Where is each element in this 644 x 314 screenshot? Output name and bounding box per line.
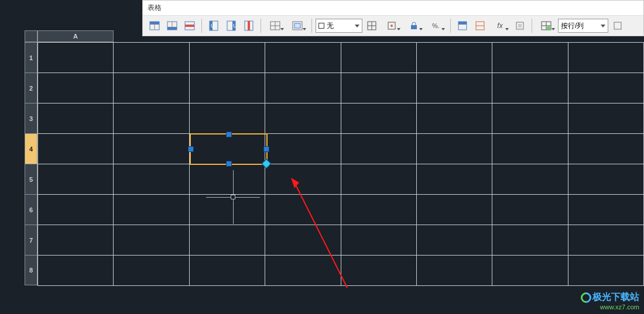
separator: [450, 19, 451, 33]
field-button[interactable]: [512, 18, 528, 33]
border-swatch-icon: [318, 23, 324, 29]
row-header-4[interactable]: 4: [25, 133, 37, 164]
svg-text:U: U: [233, 23, 236, 29]
svg-rect-3: [150, 22, 159, 25]
fx-icon: fx: [497, 22, 502, 30]
svg-point-39: [547, 26, 550, 30]
row-header-3[interactable]: 3: [25, 103, 37, 133]
svg-rect-40: [614, 22, 621, 29]
row-header-6[interactable]: 6: [25, 194, 37, 225]
svg-rect-31: [458, 22, 467, 25]
cell-style-button[interactable]: [454, 18, 471, 33]
toolbar-row: U U 无: [143, 16, 643, 36]
chevron-down-icon: [280, 28, 284, 30]
border-style-value: 无: [327, 21, 334, 31]
table-grid[interactable]: [37, 42, 644, 286]
separator: [532, 19, 532, 33]
svg-rect-28: [411, 25, 417, 29]
chevron-down-icon: [355, 25, 359, 27]
svg-rect-6: [167, 27, 177, 30]
cad-canvas[interactable]: A 1 2 3 4 5 6 7 8: [0, 0, 644, 314]
by-rowcol-select[interactable]: 按行/列: [558, 19, 608, 33]
all-borders-button[interactable]: [364, 18, 380, 33]
row-header-8[interactable]: 8: [25, 255, 37, 285]
separator: [261, 19, 261, 33]
insert-col-right-button[interactable]: U: [223, 18, 239, 33]
watermark-text: 极光下载站: [592, 292, 639, 302]
link-cell-button[interactable]: [536, 18, 557, 33]
delete-row-button[interactable]: [181, 18, 198, 33]
insert-row-above-button[interactable]: [146, 18, 163, 33]
chevron-down-icon: [397, 28, 400, 30]
chevron-down-icon: [505, 28, 509, 30]
watermark-logo-icon: [578, 290, 593, 305]
svg-rect-9: [185, 25, 194, 27]
unmerge-cells-button[interactable]: [287, 18, 308, 33]
svg-point-27: [390, 25, 393, 27]
data-format-button[interactable]: %.: [426, 18, 447, 33]
merge-cells-button[interactable]: [265, 18, 286, 33]
toolbar-title: 表格: [143, 1, 643, 16]
chevron-down-icon: [441, 28, 445, 30]
svg-rect-22: [294, 23, 300, 28]
row-header-2[interactable]: 2: [25, 73, 37, 103]
table-toolbar: 表格 U U: [142, 0, 644, 36]
chevron-down-icon: [303, 28, 306, 30]
svg-rect-17: [248, 21, 250, 30]
insert-col-left-button[interactable]: U: [205, 18, 222, 33]
column-header-a[interactable]: A: [37, 30, 114, 42]
row-headers: 1 2 3 4 5 6 7 8: [25, 42, 37, 285]
svg-text:U: U: [211, 23, 215, 29]
by-rowcol-value: 按行/列: [561, 21, 584, 31]
corner-header[interactable]: [25, 30, 37, 42]
separator: [311, 19, 312, 33]
formula-button[interactable]: fx: [489, 18, 511, 33]
chevron-down-icon: [551, 28, 555, 30]
row-header-1[interactable]: 1: [25, 42, 37, 73]
cell-lock-button[interactable]: [403, 18, 424, 33]
chevron-down-icon: [601, 25, 605, 27]
watermark: 极光下载站 www.xz7.com: [581, 291, 639, 310]
match-cell-button[interactable]: [472, 18, 488, 33]
border-style-select[interactable]: 无: [316, 19, 362, 33]
svg-rect-35: [518, 24, 522, 27]
insert-row-below-button[interactable]: [164, 18, 180, 33]
row-header-5[interactable]: 5: [25, 164, 37, 194]
row-header-7[interactable]: 7: [25, 225, 37, 255]
watermark-url: www.xz7.com: [581, 303, 639, 310]
delete-col-button[interactable]: [241, 18, 257, 33]
alignment-button[interactable]: [381, 18, 402, 33]
svg-text:%.: %.: [432, 22, 440, 29]
separator: [201, 19, 202, 33]
extra-tool-button[interactable]: [609, 18, 626, 33]
chevron-down-icon: [419, 28, 423, 30]
